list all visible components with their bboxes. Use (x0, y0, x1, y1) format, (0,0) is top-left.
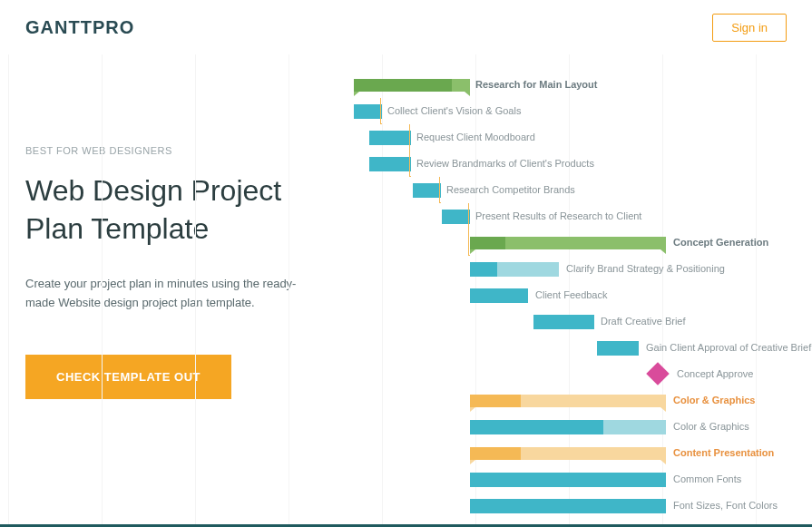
row-label: Collect Client's Vision & Goals (387, 105, 521, 116)
signin-button[interactable]: Sign in (712, 14, 787, 42)
progress-fill (533, 315, 594, 329)
logo: GANTTPRO (25, 17, 134, 38)
gantt-row: Color & Graphics (0, 388, 812, 415)
row-label: Review Brandmarks of Client's Products (416, 158, 594, 169)
task-bar[interactable] (369, 157, 411, 171)
gantt-chart: Research for Main LayoutCollect Client's… (0, 73, 812, 520)
progress-fill (470, 447, 521, 460)
gantt-row: Draft Creative Brief (0, 309, 812, 336)
task-bar[interactable] (470, 288, 528, 303)
gantt-row: Clarify Brand Strategy & Positioning (0, 257, 812, 283)
gantt-row: Concept Approve (0, 362, 812, 388)
row-label: Client Feedback (535, 289, 608, 300)
row-label: Common Fonts (673, 473, 741, 484)
progress-fill (369, 131, 411, 145)
progress-fill (413, 183, 441, 198)
gantt-row: Content Presentation (0, 441, 812, 467)
row-label: Content Presentation (673, 447, 774, 458)
progress-fill (597, 341, 639, 356)
group-bar[interactable] (470, 395, 666, 407)
task-bar[interactable] (442, 210, 470, 224)
group-bar[interactable] (354, 79, 470, 92)
task-bar[interactable] (369, 131, 411, 145)
row-label: Research Competitor Brands (446, 184, 575, 195)
group-bar[interactable] (470, 447, 666, 460)
row-label: Concept Approve (677, 368, 753, 379)
gantt-row: Request Client Moodboard (0, 125, 812, 151)
row-label: Color & Graphics (673, 395, 755, 405)
task-bar[interactable] (533, 315, 594, 329)
progress-fill (470, 262, 497, 277)
task-bar[interactable] (470, 262, 559, 277)
progress-fill (354, 104, 382, 119)
gantt-row: Research Competitor Brands (0, 178, 812, 204)
row-label: Concept Generation (673, 237, 768, 248)
gantt-row: Gain Client Approval of Creative Brief (0, 336, 812, 362)
row-label: Request Client Moodboard (416, 132, 535, 142)
task-bar[interactable] (470, 420, 666, 434)
task-bar[interactable] (470, 473, 666, 487)
row-label: Font Sizes, Font Colors (673, 500, 778, 511)
gantt-row: Review Brandmarks of Client's Products (0, 151, 812, 178)
gantt-row: Concept Generation (0, 230, 812, 257)
progress-fill (470, 473, 666, 487)
row-label: Clarify Brand Strategy & Positioning (566, 263, 725, 274)
task-bar[interactable] (354, 104, 382, 119)
task-bar[interactable] (470, 499, 666, 513)
gantt-row: Client Feedback (0, 283, 812, 309)
row-label: Draft Creative Brief (601, 316, 686, 327)
progress-fill (369, 157, 411, 171)
progress-fill (354, 79, 452, 92)
gantt-row: Font Sizes, Font Colors (0, 493, 812, 520)
progress-fill (470, 395, 521, 407)
row-label: Present Results of Research to Client (475, 210, 641, 221)
task-bar[interactable] (413, 183, 441, 198)
progress-fill (470, 288, 528, 303)
group-bar[interactable] (470, 237, 666, 249)
gantt-row: Collect Client's Vision & Goals (0, 99, 812, 125)
progress-fill (470, 420, 603, 434)
gantt-row: Common Fonts (0, 467, 812, 493)
task-bar[interactable] (597, 341, 639, 356)
progress-fill (470, 499, 666, 513)
gantt-row: Color & Graphics (0, 415, 812, 441)
row-label: Gain Client Approval of Creative Brief (646, 342, 811, 353)
row-label: Color & Graphics (673, 421, 749, 432)
milestone-icon (646, 362, 669, 385)
progress-fill (442, 210, 470, 224)
progress-fill (470, 237, 505, 249)
gantt-row: Present Results of Research to Client (0, 204, 812, 230)
row-label: Research for Main Layout (475, 79, 597, 90)
gantt-row: Research for Main Layout (0, 73, 812, 99)
